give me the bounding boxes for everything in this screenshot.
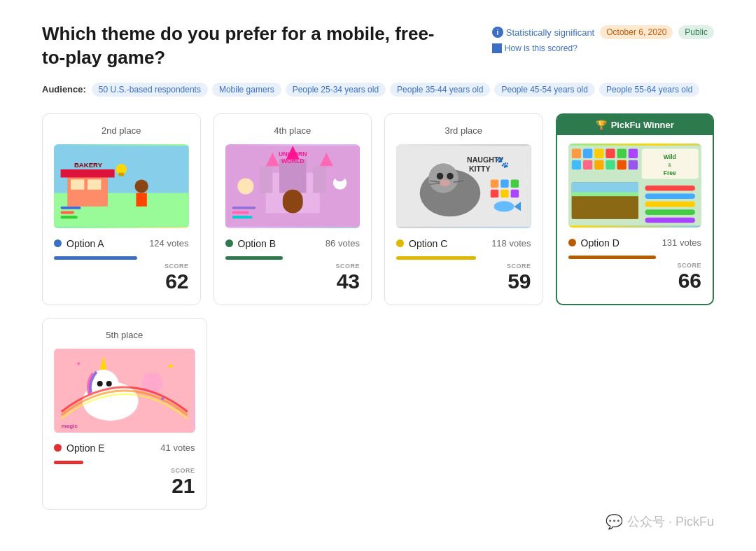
option-row-e: Option E 41 votes [54, 442, 195, 454]
score-row-a: SCORE 62 [54, 263, 189, 292]
svg-rect-28 [232, 206, 255, 209]
tag-age-25-34[interactable]: People 25-34 years old [286, 83, 386, 97]
bar-fill-d [568, 256, 657, 259]
option-row-a: Option A 124 votes [54, 238, 189, 249]
votes-d: 131 votes [662, 237, 701, 248]
svg-point-49 [494, 201, 514, 211]
tag-age-35-44[interactable]: People 35-44 years old [390, 83, 490, 97]
image-b: UNICORN WORLD [225, 144, 360, 228]
svg-rect-76 [645, 217, 694, 223]
svg-rect-22 [282, 189, 302, 213]
tag-respondents[interactable]: 50 U.S.-based respondents [92, 83, 208, 97]
option-row-b: Option B 86 votes [225, 238, 360, 249]
svg-point-25 [237, 178, 253, 194]
svg-text:Free: Free [663, 169, 676, 176]
svg-rect-71 [571, 196, 638, 218]
statistically-significant-badge[interactable]: i Statistically significant [492, 27, 594, 38]
tag-age-45-54[interactable]: People 45-54 years old [494, 83, 594, 97]
bar-b [225, 256, 360, 260]
svg-point-33 [428, 163, 458, 193]
svg-point-84 [144, 372, 153, 381]
svg-rect-57 [628, 148, 637, 158]
svg-rect-11 [61, 206, 81, 209]
svg-text:WORLD: WORLD [281, 158, 304, 165]
bar-d [568, 256, 702, 259]
place-b: 4th place [225, 125, 360, 136]
svg-rect-12 [61, 211, 74, 214]
watermark: 💬 公众号 · PickFu [606, 513, 714, 530]
svg-rect-13 [61, 216, 78, 218]
option-label-d: Option D [568, 237, 620, 249]
svg-rect-47 [500, 189, 509, 197]
score-value-c: 59 [507, 271, 531, 292]
svg-point-85 [153, 372, 161, 381]
card-option-e: 5th place [42, 318, 207, 510]
svg-rect-52 [571, 148, 580, 158]
bar-e [54, 461, 195, 464]
option-label-c: Option C [396, 238, 447, 249]
bar-a [54, 256, 189, 260]
svg-rect-62 [617, 160, 626, 169]
bar-c [396, 256, 531, 260]
svg-rect-55 [606, 148, 615, 158]
svg-point-81 [97, 381, 103, 386]
card-option-b: 4th place UNICORN WOR [214, 113, 372, 305]
bar-fill-c [396, 256, 476, 260]
info-icon: i [492, 27, 503, 38]
svg-point-27 [334, 170, 344, 181]
votes-c: 118 votes [491, 238, 531, 249]
svg-rect-75 [645, 209, 694, 215]
svg-rect-58 [571, 160, 580, 169]
svg-text:🐾: 🐾 [496, 155, 510, 169]
dot-d [568, 239, 576, 246]
svg-rect-63 [628, 160, 637, 169]
page-wrapper: Which theme do you prefer for a mobile, … [0, 0, 756, 551]
score-value-b: 43 [337, 271, 360, 292]
score-row-d: SCORE 66 [568, 262, 702, 291]
svg-text:UNICORN: UNICORN [279, 150, 307, 157]
wechat-icon: 💬 [606, 513, 623, 530]
svg-rect-72 [645, 186, 694, 191]
how-scored-link[interactable]: i How is this scored? [492, 43, 578, 53]
svg-text:✦: ✦ [167, 361, 175, 372]
svg-rect-46 [491, 189, 499, 197]
option-label-b: Option B [225, 238, 276, 249]
svg-rect-4 [88, 179, 101, 189]
place-e: 5th place [54, 330, 195, 340]
header-row: Which theme do you prefer for a mobile, … [42, 22, 714, 70]
tag-age-55-64[interactable]: People 55-64 years old [599, 83, 699, 97]
meta-top-row: i Statistically significant October 6, 2… [492, 25, 714, 39]
svg-text:BAKERY: BAKERY [74, 161, 103, 169]
svg-rect-43 [491, 179, 499, 188]
score-label-e: SCORE [171, 467, 195, 474]
audience-row: Audience: 50 U.S.-based respondents Mobi… [42, 83, 714, 97]
svg-rect-74 [645, 201, 694, 207]
question-title: Which theme do you prefer for a mobile, … [42, 22, 448, 70]
score-value-a: 62 [165, 271, 188, 292]
winner-banner: 🏆 PickFu Winner [557, 115, 713, 135]
info-icon-2: i [492, 43, 502, 53]
votes-b: 86 votes [326, 238, 360, 249]
header-meta: i Statistically significant October 6, 2… [492, 22, 714, 53]
image-d: Wild & Free [568, 144, 702, 228]
trophy-icon: 🏆 [596, 120, 607, 130]
score-row-e: SCORE 21 [54, 467, 195, 496]
option-label-a: Option A [54, 238, 104, 249]
svg-text:Wild: Wild [663, 153, 676, 160]
dot-a [54, 239, 62, 247]
image-a: BAKERY [54, 144, 189, 228]
dot-c [396, 239, 404, 247]
svg-point-82 [106, 381, 112, 386]
bar-fill-a [54, 256, 137, 260]
score-label-a: SCORE [164, 263, 189, 270]
score-label-b: SCORE [335, 263, 360, 270]
card-option-c: 3rd place NAUGHTY KIT [384, 113, 543, 305]
place-a: 2nd place [54, 125, 189, 136]
svg-point-35 [447, 172, 454, 179]
tag-mobile-gamers[interactable]: Mobile gamers [212, 83, 281, 97]
svg-rect-73 [645, 193, 694, 199]
svg-text:&: & [668, 162, 671, 167]
svg-point-9 [135, 179, 148, 193]
image-e: ✦ ✦ ✦ magic [54, 349, 195, 433]
votes-e: 41 votes [160, 442, 195, 453]
